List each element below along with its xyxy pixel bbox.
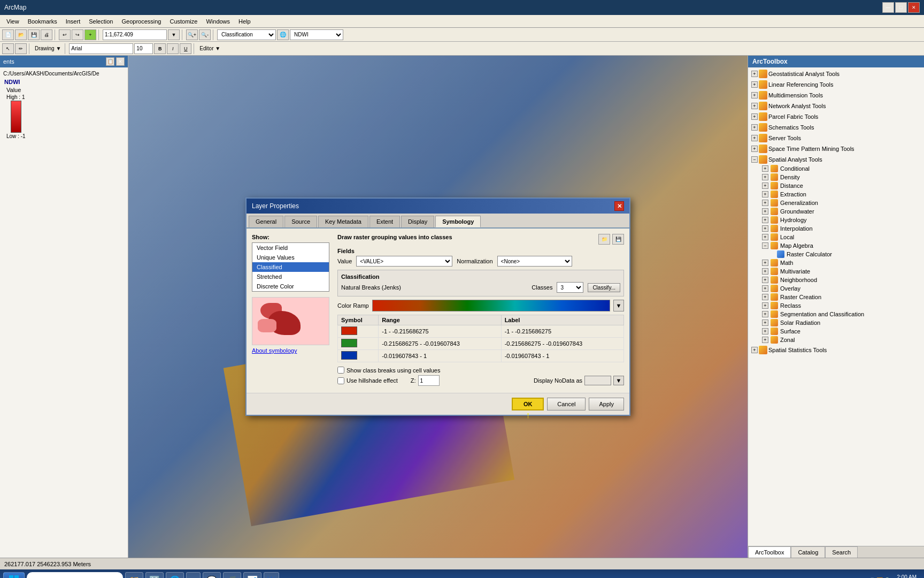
chat-btn[interactable]: 💬 xyxy=(203,572,221,578)
expand-network[interactable]: + xyxy=(751,103,758,109)
font-input[interactable] xyxy=(69,43,133,54)
add-data-btn[interactable]: + xyxy=(84,29,96,40)
search-bar[interactable]: Type here to search xyxy=(27,572,123,578)
value-field-select[interactable]: <VALUE> xyxy=(356,256,452,267)
tool-overlay[interactable]: + Overlay xyxy=(758,284,923,293)
scale-input[interactable] xyxy=(103,29,167,40)
tool-raster-creation[interactable]: + Raster Creation xyxy=(758,293,923,301)
show-stretched[interactable]: Stretched xyxy=(252,272,329,282)
close-btn-main[interactable]: ✕ xyxy=(908,2,920,13)
expand-zonal[interactable]: + xyxy=(762,337,768,343)
minimize-btn[interactable]: — xyxy=(882,2,894,13)
expand-server[interactable]: + xyxy=(751,135,758,141)
office-btn[interactable]: 📊 xyxy=(243,572,261,578)
expand-conditional[interactable]: + xyxy=(762,165,768,172)
z-input[interactable] xyxy=(418,375,440,386)
sym-cell-2[interactable] xyxy=(338,338,379,350)
nodata-dropdown[interactable]: ▼ xyxy=(613,376,624,385)
tool-map-algebra[interactable]: − Map Algebra xyxy=(758,241,923,250)
dialog-close-btn[interactable]: ✕ xyxy=(614,201,624,211)
tool-raster-calculator[interactable]: Raster Calculator xyxy=(773,250,923,258)
tool-hydrology[interactable]: + Hydrology xyxy=(758,216,923,224)
file-explorer-btn[interactable]: 📁 xyxy=(125,572,143,578)
tool-density[interactable]: + Density xyxy=(758,173,923,181)
tool-reclass[interactable]: + Reclass xyxy=(758,301,923,310)
tab-symbology[interactable]: Symbology xyxy=(435,216,481,227)
tab-extent[interactable]: Extent xyxy=(369,216,400,227)
menu-bookmarks[interactable]: Bookmarks xyxy=(24,17,61,26)
tool-zonal[interactable]: + Zonal xyxy=(758,336,923,344)
print-btn[interactable]: 🖨 xyxy=(41,29,52,40)
toc-layer-name[interactable]: NDWI xyxy=(2,78,126,86)
color-ramp-dropdown[interactable]: ▼ xyxy=(613,300,624,311)
class-color-1[interactable] xyxy=(341,326,357,335)
tool-generalization[interactable]: + Generalization xyxy=(758,199,923,207)
edit-btn[interactable]: ✏ xyxy=(15,43,27,54)
expand-multivariate[interactable]: + xyxy=(762,268,768,275)
label-cell-3[interactable]: -0.019607843 - 1 xyxy=(501,350,623,362)
tool-spatial-analyst-header[interactable]: − Spatial Analyst Tools xyxy=(749,155,923,164)
tool-surface[interactable]: + Surface xyxy=(758,327,923,336)
expand-multidimension[interactable]: + xyxy=(751,92,758,98)
tool-local[interactable]: + Local xyxy=(758,233,923,241)
show-unique-values[interactable]: Unique Values xyxy=(252,253,329,262)
show-classified[interactable]: Classified xyxy=(252,262,329,272)
classes-select[interactable]: 3 xyxy=(557,282,583,293)
fontsize-input[interactable] xyxy=(134,43,153,54)
expand-overlay[interactable]: + xyxy=(762,285,768,292)
tab-search[interactable]: Search xyxy=(825,546,858,558)
expand-interpolation[interactable]: + xyxy=(762,225,768,232)
zoom-in-btn[interactable]: 🔍+ xyxy=(186,29,198,40)
tool-multidimension-header[interactable]: + Multidimension Tools xyxy=(749,90,923,100)
save-btn[interactable]: 💾 xyxy=(28,29,40,40)
tab-source[interactable]: Source xyxy=(284,216,317,227)
menu-windows[interactable]: Windows xyxy=(202,17,234,26)
expand-spatial-stats[interactable]: + xyxy=(751,347,758,353)
expand-schematics[interactable]: + xyxy=(751,124,758,131)
class-color-2[interactable] xyxy=(341,339,357,347)
bold-btn[interactable]: B xyxy=(154,43,166,54)
expand-groundwater[interactable]: + xyxy=(762,208,768,215)
toc-close-btn[interactable]: ✕ xyxy=(116,57,125,66)
ok-button[interactable]: OK xyxy=(512,398,544,410)
expand-distance[interactable]: + xyxy=(762,182,768,189)
tool-network-header[interactable]: + Network Analyst Tools xyxy=(749,101,923,111)
tool-spacetime-header[interactable]: + Space Time Pattern Mining Tools xyxy=(749,144,923,154)
color-ramp-bar[interactable] xyxy=(372,300,610,311)
expand-solar[interactable]: + xyxy=(762,320,768,326)
expand-segmentation[interactable]: + xyxy=(762,311,768,317)
undo-btn[interactable]: ↩ xyxy=(59,29,71,40)
word-btn[interactable]: W xyxy=(264,572,279,578)
menu-help[interactable]: Help xyxy=(234,17,255,26)
tool-spatial-stats-header[interactable]: + Spatial Statistics Tools xyxy=(749,345,923,355)
tab-catalog[interactable]: Catalog xyxy=(791,546,825,558)
expand-math[interactable]: + xyxy=(762,260,768,266)
cancel-button[interactable]: Cancel xyxy=(547,398,586,410)
expand-local[interactable]: + xyxy=(762,234,768,240)
start-button[interactable] xyxy=(3,572,25,578)
tab-key-metadata[interactable]: Key Metadata xyxy=(318,216,368,227)
load-btn[interactable]: 📁 xyxy=(598,234,610,245)
expand-hydrology[interactable]: + xyxy=(762,217,768,223)
expand-neighborhood[interactable]: + xyxy=(762,277,768,283)
tab-arctoolbox[interactable]: ArcToolbox xyxy=(748,546,791,558)
expand-density[interactable]: + xyxy=(762,174,768,180)
pointer-btn[interactable]: ↖ xyxy=(2,43,14,54)
apply-button[interactable]: Apply xyxy=(589,398,624,410)
expand-map-algebra[interactable]: − xyxy=(762,242,768,249)
tool-extraction[interactable]: + Extraction xyxy=(758,190,923,199)
nodata-color[interactable] xyxy=(584,376,611,385)
tool-linear-header[interactable]: + Linear Referencing Tools xyxy=(749,80,923,89)
show-vector-field[interactable]: Vector Field xyxy=(252,243,329,253)
calculator-btn[interactable]: 🔢 xyxy=(145,572,164,578)
hillshade-checkbox[interactable] xyxy=(337,377,344,384)
menu-view[interactable]: View xyxy=(2,17,24,26)
tool-groundwater[interactable]: + Groundwater xyxy=(758,207,923,216)
class-color-3[interactable] xyxy=(341,351,357,360)
zoom-out-btn[interactable]: 🔍- xyxy=(199,29,211,40)
tool-interpolation[interactable]: + Interpolation xyxy=(758,224,923,233)
expand-extraction[interactable]: + xyxy=(762,191,768,197)
underline-btn[interactable]: U xyxy=(180,43,191,54)
expand-parcel[interactable]: + xyxy=(751,113,758,120)
expand-spatial-analyst[interactable]: − xyxy=(751,156,758,163)
